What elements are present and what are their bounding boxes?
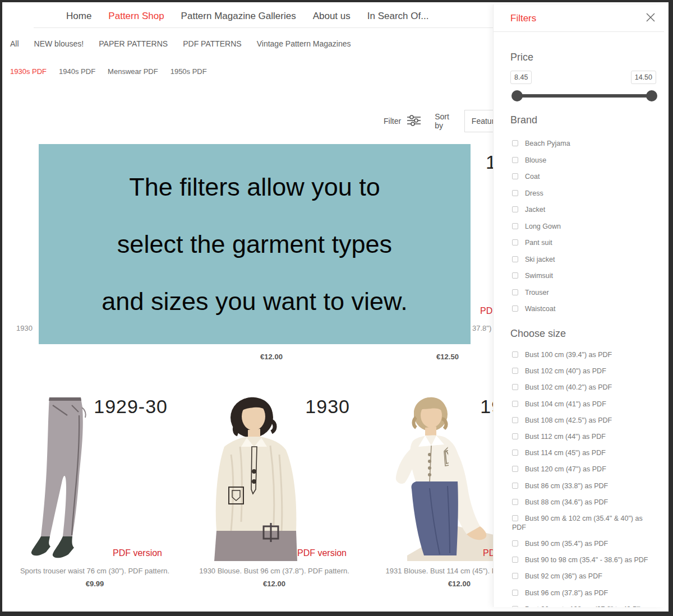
checkbox[interactable] — [512, 515, 518, 521]
brand-filter-option[interactable]: Swimsuit — [512, 271, 658, 280]
price-min-input[interactable]: 8.45 — [510, 71, 532, 84]
brand-filter-option[interactable]: Long Gown — [512, 222, 658, 231]
slider-handle-min[interactable] — [511, 90, 523, 101]
sort-dropdown[interactable]: Featured — [464, 110, 493, 132]
brand-option-label: Coat — [525, 173, 540, 180]
close-icon[interactable] — [645, 12, 656, 25]
checkbox[interactable] — [512, 557, 518, 563]
checkbox[interactable] — [512, 450, 518, 456]
size-option-label: Bust 100 cm (39.4") as PDF — [525, 351, 612, 359]
product-caption-link[interactable]: 1930 Blouse. Bust 96 cm (37.8"). PDF pat… — [187, 567, 361, 575]
cat-vintage-pattern-magazines[interactable]: Vintage Pattern Magazines — [257, 39, 351, 48]
checkbox[interactable] — [512, 417, 518, 423]
pdf-version-link[interactable]: PDF version — [113, 548, 162, 558]
cat-all[interactable]: All — [10, 39, 19, 48]
size-filter-option[interactable]: Bust 90 cm (35.4") as PDF — [512, 539, 658, 548]
slider-handle-max[interactable] — [646, 90, 657, 101]
checkbox[interactable] — [512, 368, 518, 374]
size-filter-option[interactable]: Bust 104 cm (41") as PDF — [512, 400, 658, 409]
checkbox[interactable] — [512, 190, 518, 196]
subnav-1940s-pdf[interactable]: 1940s PDF — [59, 67, 95, 76]
nav-pattern-magazine-galleries[interactable]: Pattern Magazine Galleries — [181, 11, 296, 22]
checkbox[interactable] — [512, 540, 518, 546]
nav-home[interactable]: Home — [66, 11, 91, 22]
size-filter-option[interactable]: Bust 86 cm (33.8") as PDF — [512, 481, 658, 490]
checkbox[interactable] — [512, 305, 518, 312]
checkbox[interactable] — [512, 157, 518, 163]
brand-filter-option[interactable]: Beach Pyjama — [512, 139, 658, 148]
size-filter-option[interactable]: Bust 108 cm (42.5") as PDF — [512, 416, 658, 425]
pdf-version-link[interactable]: PDF version — [297, 548, 347, 558]
nav-about-us[interactable]: About us — [313, 11, 351, 22]
brand-filter-option[interactable]: Pant suit — [512, 238, 658, 247]
brand-option-label: Swimsuit — [525, 272, 553, 280]
tutorial-overlay-line: and sizes you want to view. — [39, 273, 471, 330]
size-filter-option[interactable]: Bust 92 cm (36") as PDF — [512, 572, 658, 581]
checkbox[interactable] — [512, 590, 518, 596]
brand-filter-option[interactable]: Ski jacket — [512, 255, 658, 264]
price-max-input[interactable]: 14.50 — [631, 71, 656, 84]
nav-in-search-of[interactable]: In Search Of... — [367, 11, 429, 22]
hidden-row-pdf-link-fragment[interactable]: PDF version — [480, 306, 493, 316]
checkbox[interactable] — [512, 289, 518, 295]
product-image-trousers[interactable] — [24, 393, 102, 563]
size-filter-option[interactable]: Bust 88 cm (34.6") as PDF — [512, 498, 658, 507]
size-option-label: Bust 86 cm (33.8") as PDF — [525, 482, 608, 490]
checkbox[interactable] — [512, 239, 518, 246]
size-filter-option[interactable]: Bust 102 cm (40.2") as PDF — [512, 383, 658, 392]
checkbox[interactable] — [512, 433, 518, 439]
checkbox[interactable] — [512, 401, 518, 407]
nav-pattern-shop[interactable]: Pattern Shop — [108, 11, 164, 22]
brand-filter-option[interactable]: Trouser — [512, 288, 658, 297]
product-image-blouse-1931[interactable] — [374, 393, 493, 563]
checkbox[interactable] — [512, 256, 518, 262]
size-filter-option[interactable]: Bust 114 cm (45") as PDF — [512, 448, 658, 457]
size-filter-option[interactable]: Bust 90 cm & 102 cm (35.4" & 40") as PDF — [512, 514, 658, 532]
brand-option-label: Dress — [525, 189, 543, 197]
size-option-label: Bust 96 cm to 108 cm (37.8" to 42.5") as… — [512, 605, 651, 607]
product-caption-link[interactable]: Sports trouser waist 76 cm (30"). PDF pa… — [8, 567, 182, 575]
subnav-1950s-pdf[interactable]: 1950s PDF — [170, 67, 207, 76]
checkbox[interactable] — [512, 173, 518, 179]
subnav-1930s-pdf[interactable]: 1930s PDF — [10, 67, 47, 76]
size-filter-option[interactable]: Bust 90 to 98 cm (35.4" - 38.6") as PDF — [512, 555, 658, 564]
brand-filter-option[interactable]: Coat — [512, 172, 658, 181]
price-range-slider[interactable] — [513, 90, 656, 102]
checkbox[interactable] — [512, 140, 518, 146]
subnav-menswear-pdf[interactable]: Menswear PDF — [108, 67, 158, 76]
size-option-label: Bust 108 cm (42.5") as PDF — [525, 416, 612, 424]
checkbox[interactable] — [512, 384, 518, 390]
checkbox[interactable] — [512, 351, 518, 358]
checkbox[interactable] — [512, 272, 518, 279]
size-filter-option[interactable]: Bust 100 cm (39.4") as PDF — [512, 350, 658, 359]
cat-paper-patterns[interactable]: PAPER PATTERNS — [99, 39, 168, 48]
size-filter-option[interactable]: Bust 102 cm (40") as PDF — [512, 367, 658, 376]
size-filter-option[interactable]: Bust 120 cm (47") as PDF — [512, 465, 658, 474]
checkbox[interactable] — [512, 606, 518, 607]
size-filter-option[interactable]: Bust 112 cm (44") as PDF — [512, 432, 658, 441]
checkbox[interactable] — [512, 483, 518, 489]
product-caption-link[interactable]: 1931 Blouse. Bust 114 cm (45"). PDF patt… — [372, 567, 493, 575]
product-toolbar: Filter Sort by Featured — [384, 110, 493, 132]
cat-new-blouses[interactable]: NEW blouses! — [34, 39, 84, 48]
checkbox[interactable] — [512, 466, 518, 472]
brand-filter-option[interactable]: Blouse — [512, 156, 658, 165]
checkbox[interactable] — [512, 573, 518, 579]
brand-filter-option[interactable]: Waistcoat — [512, 304, 658, 313]
pdf-version-link[interactable]: PDF version — [483, 548, 493, 558]
checkbox[interactable] — [512, 223, 518, 229]
brand-filter-option[interactable]: Jacket — [512, 205, 658, 214]
size-filter-option[interactable]: Bust 96 cm to 108 cm (37.8" to 42.5") as… — [512, 605, 658, 607]
brand-filter-option[interactable]: Dress — [512, 189, 658, 198]
size-filter-option[interactable]: Bust 96 cm (37.8") as PDF — [512, 589, 658, 598]
cat-pdf-patterns[interactable]: PDF PATTERNS — [183, 39, 242, 48]
category-navigation: All NEW blouses! PAPER PATTERNS PDF PATT… — [10, 39, 351, 48]
product-image-blouse-1930[interactable] — [197, 393, 338, 563]
slider-track[interactable] — [517, 94, 652, 98]
checkbox[interactable] — [512, 206, 518, 212]
brand-option-label: Pant suit — [525, 239, 552, 247]
filter-sliders-icon[interactable] — [407, 114, 421, 129]
screenshot-frame: Home Pattern Shop Pattern Magazine Galle… — [0, 0, 673, 616]
filter-toggle-label[interactable]: Filter — [384, 117, 401, 126]
checkbox[interactable] — [512, 499, 518, 505]
